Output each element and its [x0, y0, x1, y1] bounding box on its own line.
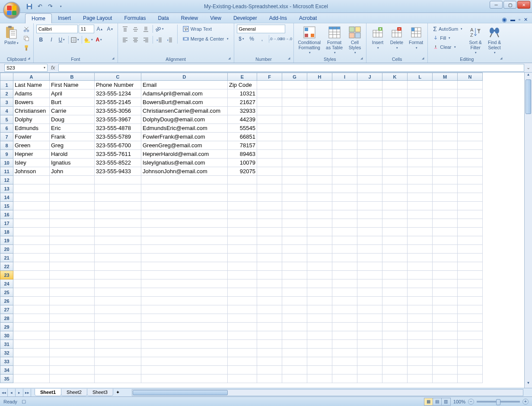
cell[interactable] — [332, 305, 357, 314]
cell[interactable]: 89463 — [228, 150, 257, 159]
cell[interactable] — [332, 340, 357, 349]
cell[interactable] — [357, 210, 382, 219]
cell[interactable] — [458, 236, 483, 245]
name-box[interactable]: S23 — [4, 64, 48, 72]
cell[interactable] — [433, 133, 458, 141]
cell[interactable] — [228, 184, 257, 193]
cell[interactable]: April — [50, 89, 95, 98]
cell[interactable] — [307, 167, 332, 176]
cell[interactable] — [433, 98, 458, 107]
cell[interactable] — [257, 107, 282, 115]
cell[interactable] — [307, 340, 332, 349]
cell[interactable] — [408, 262, 433, 271]
cell[interactable] — [307, 323, 332, 331]
select-all-cell[interactable] — [0, 73, 13, 81]
cell[interactable] — [282, 159, 307, 167]
cell[interactable] — [458, 314, 483, 323]
cell[interactable]: BowersBurt@email.com — [141, 98, 228, 107]
last-sheet-button[interactable]: ▸▸ — [23, 389, 31, 396]
merge-center-button[interactable]: Merge & Center — [180, 35, 231, 43]
cell[interactable] — [382, 366, 408, 374]
cell[interactable]: 78157 — [228, 141, 257, 150]
cell[interactable] — [408, 305, 433, 314]
cell[interactable]: John — [50, 167, 95, 176]
cell[interactable]: IsleyIgnatius@email.com — [141, 159, 228, 167]
cell[interactable] — [332, 279, 357, 288]
cell[interactable] — [408, 176, 433, 184]
cell[interactable] — [458, 340, 483, 349]
cell[interactable] — [382, 150, 408, 159]
cell[interactable] — [13, 254, 50, 262]
cell[interactable] — [408, 340, 433, 349]
cell[interactable] — [50, 262, 95, 271]
cell[interactable] — [408, 167, 433, 176]
cell[interactable] — [458, 167, 483, 176]
cell[interactable] — [382, 228, 408, 236]
row-header[interactable]: 11 — [0, 167, 13, 176]
cell[interactable] — [382, 184, 408, 193]
increase-font-button[interactable]: A▲ — [95, 25, 105, 33]
cell[interactable] — [458, 89, 483, 98]
increase-indent-button[interactable] — [165, 35, 175, 44]
cell[interactable] — [433, 262, 458, 271]
cell[interactable] — [257, 81, 282, 89]
cell[interactable] — [141, 314, 228, 323]
cell[interactable] — [50, 374, 95, 383]
cell[interactable] — [332, 254, 357, 262]
cell[interactable] — [282, 297, 307, 305]
cell[interactable] — [307, 124, 332, 133]
cell[interactable] — [95, 314, 141, 323]
cell[interactable] — [382, 124, 408, 133]
cell[interactable] — [282, 176, 307, 184]
cell[interactable] — [307, 314, 332, 323]
cell[interactable] — [13, 236, 50, 245]
cell[interactable] — [228, 254, 257, 262]
cell[interactable] — [458, 81, 483, 89]
cell[interactable]: 66851 — [228, 133, 257, 141]
cell[interactable] — [257, 89, 282, 98]
cell[interactable] — [433, 141, 458, 150]
cell[interactable] — [332, 297, 357, 305]
cell[interactable] — [307, 245, 332, 254]
cell[interactable] — [50, 349, 95, 357]
prev-sheet-button[interactable]: ◂ — [8, 389, 16, 396]
cell[interactable]: 323-555-4878 — [95, 124, 141, 133]
cell[interactable] — [228, 262, 257, 271]
cell[interactable] — [408, 115, 433, 124]
cell[interactable] — [50, 176, 95, 184]
cell[interactable] — [282, 167, 307, 176]
cell[interactable] — [458, 305, 483, 314]
cell[interactable] — [458, 141, 483, 150]
cell[interactable]: Hepner — [13, 150, 50, 159]
cell[interactable] — [282, 374, 307, 383]
cell[interactable] — [228, 340, 257, 349]
cell[interactable] — [13, 279, 50, 288]
row-header[interactable]: 13 — [0, 184, 13, 193]
cell[interactable] — [282, 98, 307, 107]
page-layout-view-button[interactable]: ▤ — [433, 398, 442, 405]
row-header[interactable]: 26 — [0, 297, 13, 305]
cell[interactable] — [257, 133, 282, 141]
cell[interactable] — [408, 219, 433, 228]
cell[interactable] — [382, 219, 408, 228]
cell[interactable] — [257, 254, 282, 262]
cell[interactable] — [307, 297, 332, 305]
cell[interactable] — [257, 271, 282, 279]
cell[interactable]: Johnson — [13, 167, 50, 176]
cell[interactable] — [95, 176, 141, 184]
cell[interactable] — [141, 193, 228, 202]
cell[interactable] — [307, 357, 332, 366]
cell[interactable] — [382, 98, 408, 107]
cell[interactable] — [257, 366, 282, 374]
cell[interactable] — [307, 236, 332, 245]
cell[interactable]: Eric — [50, 124, 95, 133]
cell[interactable] — [141, 271, 228, 279]
cell[interactable] — [95, 271, 141, 279]
tab-formulas[interactable]: Formulas — [118, 13, 152, 23]
row-header[interactable]: 32 — [0, 349, 13, 357]
cell[interactable] — [357, 245, 382, 254]
cell[interactable] — [141, 349, 228, 357]
cell[interactable] — [458, 115, 483, 124]
cell[interactable] — [257, 98, 282, 107]
cell[interactable] — [332, 107, 357, 115]
